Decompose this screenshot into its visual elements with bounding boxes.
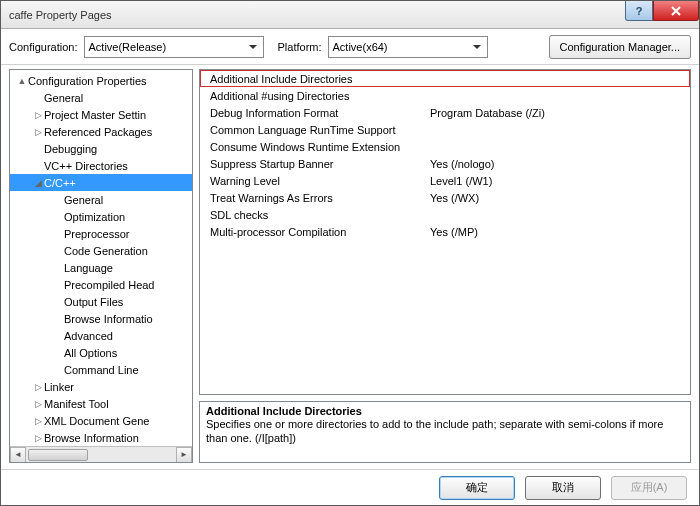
property-row[interactable]: Additional #using Directories	[200, 87, 690, 104]
property-value: Yes (/MP)	[430, 226, 478, 238]
disclosure-icon[interactable]: ▲	[16, 76, 28, 86]
tree-item-label: Precompiled Head	[64, 279, 155, 291]
property-row[interactable]: Consume Windows Runtime Extension	[200, 138, 690, 155]
body-area: ▲Configuration PropertiesGeneral▷Project…	[1, 65, 699, 469]
property-name: Consume Windows Runtime Extension	[210, 141, 430, 153]
property-pages-dialog: caffe Property Pages ? Configuration: Ac…	[0, 0, 700, 506]
property-value: Yes (/WX)	[430, 192, 479, 204]
configuration-manager-button[interactable]: Configuration Manager...	[549, 35, 691, 59]
tree-item-label: Language	[64, 262, 113, 274]
tree-item[interactable]: ▷Linker	[10, 378, 192, 395]
tree-item[interactable]: Browse Informatio	[10, 310, 192, 327]
scroll-thumb[interactable]	[28, 449, 88, 461]
tree-item-label: All Options	[64, 347, 117, 359]
configuration-row: Configuration: Active(Release) Platform:…	[1, 29, 699, 65]
tree-item[interactable]: Preprocessor	[10, 225, 192, 242]
tree-item[interactable]: Code Generation	[10, 242, 192, 259]
cancel-button[interactable]: 取消	[525, 476, 601, 500]
tree-item[interactable]: ◢C/C++	[10, 174, 192, 191]
configuration-label: Configuration:	[9, 41, 78, 53]
tree-item-label: Project Master Settin	[44, 109, 146, 121]
disclosure-icon[interactable]: ▷	[32, 127, 44, 137]
platform-value: Active(x64)	[333, 41, 388, 53]
tree-item[interactable]: VC++ Directories	[10, 157, 192, 174]
tree-item-label: Referenced Packages	[44, 126, 152, 138]
tree-item[interactable]: Output Files	[10, 293, 192, 310]
tree-item[interactable]: Precompiled Head	[10, 276, 192, 293]
property-name: Additional #using Directories	[210, 90, 430, 102]
disclosure-icon[interactable]: ◢	[32, 178, 44, 188]
property-row[interactable]: Suppress Startup BannerYes (/nologo)	[200, 155, 690, 172]
property-row[interactable]: Debug Information FormatProgram Database…	[200, 104, 690, 121]
scroll-left-button[interactable]: ◄	[10, 447, 26, 463]
tree-item[interactable]: ▷Manifest Tool	[10, 395, 192, 412]
tree-item-label: C/C++	[44, 177, 76, 189]
window-title: caffe Property Pages	[9, 9, 112, 21]
property-row[interactable]: Multi-processor CompilationYes (/MP)	[200, 223, 690, 240]
close-icon	[670, 6, 682, 16]
platform-label: Platform:	[278, 41, 322, 53]
scroll-track[interactable]	[26, 447, 176, 463]
tree-item[interactable]: General	[10, 191, 192, 208]
tree-item[interactable]: General	[10, 89, 192, 106]
property-name: Suppress Startup Banner	[210, 158, 430, 170]
property-name: Additional Include Directories	[210, 73, 430, 85]
disclosure-icon[interactable]: ▷	[32, 382, 44, 392]
property-value: Program Database (/Zi)	[430, 107, 545, 119]
tree-item-label: Advanced	[64, 330, 113, 342]
platform-dropdown[interactable]: Active(x64)	[328, 36, 488, 58]
tree-item[interactable]: ▷Referenced Packages	[10, 123, 192, 140]
tree-item-label: Optimization	[64, 211, 125, 223]
tree-horizontal-scrollbar[interactable]: ◄ ►	[10, 446, 192, 462]
tree-scroll[interactable]: ▲Configuration PropertiesGeneral▷Project…	[10, 70, 192, 446]
window-buttons: ?	[625, 1, 699, 21]
property-name: Treat Warnings As Errors	[210, 192, 430, 204]
description-title: Additional Include Directories	[206, 405, 684, 417]
disclosure-icon[interactable]: ▷	[32, 110, 44, 120]
tree-item-label: Code Generation	[64, 245, 148, 257]
property-grid[interactable]: Additional Include DirectoriesAdditional…	[199, 69, 691, 395]
tree-item[interactable]: ▷Browse Information	[10, 429, 192, 446]
property-value: Yes (/nologo)	[430, 158, 494, 170]
scroll-right-button[interactable]: ►	[176, 447, 192, 463]
dialog-button-row: 确定 取消 应用(A)	[1, 469, 699, 505]
tree-item-label: Command Line	[64, 364, 139, 376]
configuration-dropdown[interactable]: Active(Release)	[84, 36, 264, 58]
disclosure-icon[interactable]: ▷	[32, 399, 44, 409]
property-row[interactable]: Common Language RunTime Support	[200, 121, 690, 138]
tree-item[interactable]: Advanced	[10, 327, 192, 344]
property-row[interactable]: Additional Include Directories	[200, 70, 690, 87]
tree-item-label: Configuration Properties	[28, 75, 147, 87]
tree-pane: ▲Configuration PropertiesGeneral▷Project…	[9, 69, 193, 463]
property-name: Warning Level	[210, 175, 430, 187]
tree-item-label: Browse Information	[44, 432, 139, 444]
tree-item-label: Linker	[44, 381, 74, 393]
help-button[interactable]: ?	[625, 1, 653, 21]
tree-item-label: Browse Informatio	[64, 313, 153, 325]
disclosure-icon[interactable]: ▷	[32, 433, 44, 443]
tree-item-label: Debugging	[44, 143, 97, 155]
tree-item-label: General	[64, 194, 103, 206]
configuration-value: Active(Release)	[89, 41, 167, 53]
tree-item-label: Manifest Tool	[44, 398, 109, 410]
ok-button[interactable]: 确定	[439, 476, 515, 500]
config-tree: ▲Configuration PropertiesGeneral▷Project…	[10, 70, 192, 446]
tree-item-label: VC++ Directories	[44, 160, 128, 172]
tree-item[interactable]: Optimization	[10, 208, 192, 225]
tree-item-label: Output Files	[64, 296, 123, 308]
tree-item[interactable]: ▷Project Master Settin	[10, 106, 192, 123]
tree-item[interactable]: Language	[10, 259, 192, 276]
tree-item[interactable]: All Options	[10, 344, 192, 361]
tree-item[interactable]: ▲Configuration Properties	[10, 72, 192, 89]
property-name: Debug Information Format	[210, 107, 430, 119]
tree-item[interactable]: ▷XML Document Gene	[10, 412, 192, 429]
tree-item[interactable]: Command Line	[10, 361, 192, 378]
property-row[interactable]: Warning LevelLevel1 (/W1)	[200, 172, 690, 189]
right-pane: Additional Include DirectoriesAdditional…	[199, 69, 691, 463]
tree-item[interactable]: Debugging	[10, 140, 192, 157]
property-row[interactable]: Treat Warnings As ErrorsYes (/WX)	[200, 189, 690, 206]
titlebar: caffe Property Pages ?	[1, 1, 699, 29]
close-button[interactable]	[653, 1, 699, 21]
property-row[interactable]: SDL checks	[200, 206, 690, 223]
disclosure-icon[interactable]: ▷	[32, 416, 44, 426]
